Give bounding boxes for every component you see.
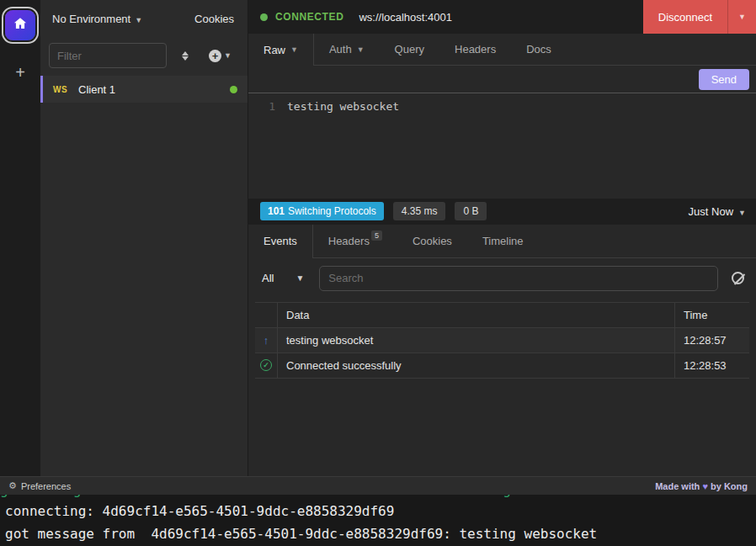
response-status-bar: 101Switching Protocols 4.35 ms 0 B Just … — [248, 199, 756, 225]
request-tabs: Raw▼ Auth▼ Query Headers Docs — [248, 34, 756, 66]
check-circle-icon: ✓ — [255, 353, 278, 378]
insomnia-app-window: + No Environment▼ Cookies + ▼ WS Client … — [0, 0, 756, 546]
tab-query-label: Query — [395, 43, 424, 56]
chevron-down-icon: ▼ — [738, 209, 746, 217]
plus-circle-icon: + — [209, 50, 221, 62]
tab-raw-label: Raw — [264, 44, 285, 56]
chevron-down-icon: ▼ — [295, 273, 304, 283]
chevron-down-icon: ▼ — [290, 45, 298, 54]
line-number: 1 — [248, 100, 287, 113]
history-label: Just Now — [689, 205, 733, 218]
environment-label: No Environment — [52, 13, 130, 25]
tab-events[interactable]: Events — [248, 225, 313, 258]
tab-docs-label: Docs — [526, 43, 551, 56]
terminal-line: connecting: 4d69cf14-e565-4501-9ddc-e885… — [0, 500, 756, 522]
tab-headers[interactable]: Headers — [439, 34, 511, 65]
tab-events-label: Events — [264, 235, 297, 247]
event-time: 12:28:53 — [674, 353, 749, 378]
footer-bar: ⚙ Preferences Made with ♥ by Kong — [0, 476, 756, 495]
heart-icon: ♥ — [702, 481, 708, 491]
response-history-dropdown[interactable]: Just Now▼ — [689, 205, 746, 218]
tab-auth[interactable]: Auth▼ — [314, 34, 380, 65]
icon-column-header — [255, 303, 278, 327]
home-icon — [13, 16, 28, 34]
status-code-badge: 101Switching Protocols — [260, 202, 384, 220]
event-type-select[interactable]: All▼ — [262, 272, 304, 284]
websocket-url-bar: CONNECTED ws://localhost:4001 Disconnect… — [248, 0, 756, 34]
event-row-connected[interactable]: ✓ Connected successfully 12:28:53 — [255, 353, 749, 379]
time-column-header: Time — [674, 303, 749, 327]
main-row: + No Environment▼ Cookies + ▼ WS Client … — [0, 0, 756, 476]
tab-cookies-label: Cookies — [413, 235, 452, 247]
headers-count-badge: 5 — [371, 231, 382, 241]
sidebar-item-client-1[interactable]: WS Client 1 — [40, 76, 248, 103]
response-tabs: Events Headers 5 Cookies Timeline — [248, 225, 756, 258]
status-text: Switching Protocols — [288, 205, 376, 217]
add-request-button[interactable]: + ▼ — [209, 50, 232, 62]
send-row: Send — [248, 66, 756, 93]
events-search-input[interactable] — [319, 266, 718, 291]
events-filter-row: All▼ — [248, 258, 756, 299]
tab-headers-label: Headers — [328, 235, 370, 247]
connection-status-dot — [230, 86, 237, 93]
sidebar-header: No Environment▼ Cookies — [40, 0, 248, 37]
response-time-badge: 4.35 ms — [393, 202, 446, 220]
data-column-header: Data — [278, 303, 674, 327]
websocket-url-input[interactable]: ws://localhost:4001 — [359, 11, 642, 24]
sort-icon[interactable] — [182, 51, 189, 61]
chevron-down-icon: ▼ — [135, 16, 142, 24]
response-size-badge: 0 B — [455, 202, 487, 220]
activity-bar: + — [0, 0, 40, 476]
disconnect-button[interactable]: Disconnect ▼ — [643, 0, 756, 34]
tab-timeline-label: Timeline — [482, 235, 524, 247]
tab-auth-label: Auth — [329, 43, 352, 56]
client-name: Client 1 — [78, 83, 230, 96]
editor-line: 1 testing websocket — [248, 100, 756, 113]
message-editor[interactable]: 1 testing websocket — [248, 93, 756, 199]
editor-content: testing websocket — [287, 100, 399, 113]
sidebar-filter-row: + ▼ — [40, 37, 248, 74]
sidebar-filter-input[interactable] — [49, 43, 167, 68]
connected-dot-icon — [260, 13, 268, 21]
event-data: testing websocket — [278, 328, 674, 353]
status-code: 101 — [268, 205, 285, 217]
chevron-down-icon: ▼ — [357, 45, 365, 54]
disconnect-label: Disconnect — [643, 0, 727, 34]
cookies-link[interactable]: Cookies — [194, 13, 234, 25]
terminal-line: got message from 4d69cf14-e565-4501-9ddc… — [0, 522, 756, 545]
arrow-up-icon: ↑ — [255, 328, 278, 353]
clear-events-icon[interactable] — [732, 272, 744, 284]
connection-status-label: CONNECTED — [275, 11, 343, 23]
chevron-down-icon: ▼ — [224, 51, 232, 60]
panel-empty-space — [248, 379, 756, 477]
disconnect-dropdown[interactable]: ▼ — [727, 0, 756, 34]
tab-response-cookies[interactable]: Cookies — [397, 225, 467, 257]
ws-method-tag: WS — [53, 85, 78, 94]
send-button[interactable]: Send — [699, 69, 749, 90]
environment-selector[interactable]: No Environment▼ — [52, 13, 142, 25]
tab-raw[interactable]: Raw▼ — [248, 34, 314, 66]
by-kong-text: by Kong — [711, 481, 748, 491]
events-table: Data Time ↑ testing websocket 12:28:57 ✓… — [255, 302, 749, 379]
main-panel: CONNECTED ws://localhost:4001 Disconnect… — [248, 0, 756, 476]
tab-docs[interactable]: Docs — [511, 34, 567, 65]
event-row-sent[interactable]: ↑ testing websocket 12:28:57 — [255, 328, 749, 353]
terminal-output: got message from 4d69cf14-e565-4501-9ddc… — [0, 495, 756, 546]
gear-icon: ⚙ — [8, 480, 17, 491]
event-type-value: All — [262, 272, 274, 284]
tab-query[interactable]: Query — [380, 34, 439, 65]
tab-response-headers[interactable]: Headers 5 — [313, 225, 397, 257]
tab-headers-label: Headers — [455, 43, 496, 56]
tab-timeline[interactable]: Timeline — [467, 225, 539, 257]
made-with-text: Made with — [655, 481, 700, 491]
made-with-kong: Made with ♥ by Kong — [655, 481, 748, 491]
preferences-button[interactable]: ⚙ Preferences — [8, 480, 71, 491]
chevron-down-icon: ▼ — [738, 13, 746, 21]
sidebar: No Environment▼ Cookies + ▼ WS Client 1 — [40, 0, 248, 476]
new-project-button[interactable]: + — [15, 64, 25, 81]
preferences-label: Preferences — [21, 481, 71, 491]
event-time: 12:28:57 — [674, 328, 749, 353]
home-button[interactable] — [5, 10, 35, 40]
events-table-header: Data Time — [255, 303, 749, 328]
event-data: Connected successfully — [278, 353, 674, 378]
